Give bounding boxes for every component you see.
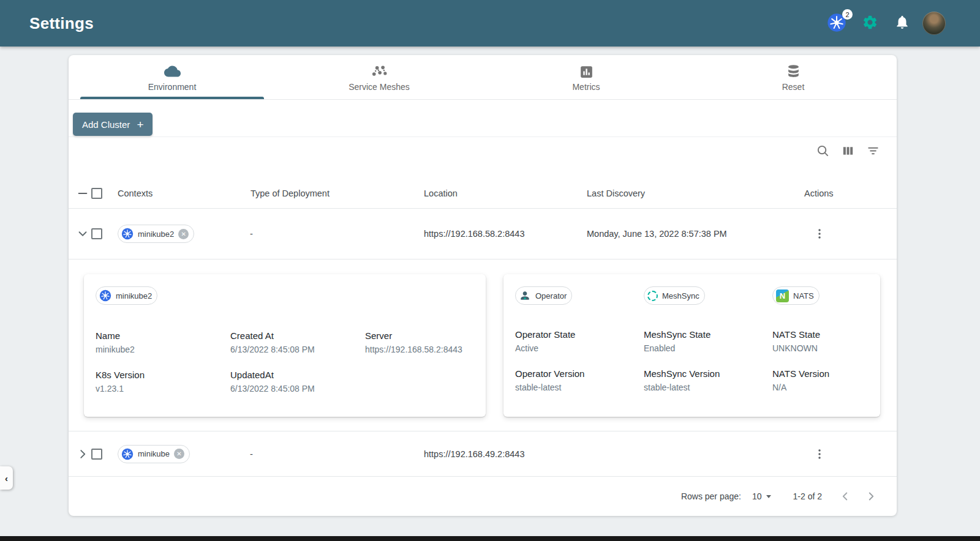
row-expanded-panel: minikube2 Name minikube2 Created At 6/13… <box>69 259 897 431</box>
field-value: UNKNOWN <box>772 343 869 353</box>
chip-label: minikube2 <box>138 229 174 239</box>
field-label: Name <box>96 330 230 341</box>
toolbar-divider <box>69 136 897 137</box>
chip-label: NATS <box>793 291 814 300</box>
previous-page-button[interactable] <box>837 488 854 505</box>
field-operator-state: Operator State Active <box>515 329 644 353</box>
caret-down-icon <box>766 495 771 498</box>
search-icon[interactable] <box>815 143 831 159</box>
row-checkbox[interactable] <box>91 228 102 239</box>
sidebar-expand-button[interactable]: ‹ <box>0 466 13 490</box>
chip-delete-icon[interactable]: ✕ <box>174 449 184 459</box>
field-label: Operator State <box>515 329 644 340</box>
field-meshsync-version: MeshSync Version stable-latest <box>644 368 772 392</box>
tab-environment[interactable]: Environment <box>69 55 276 99</box>
operator-person-icon <box>519 289 531 302</box>
meshsync-icon <box>647 291 658 301</box>
field-value: minikube2 <box>96 345 230 354</box>
rows-per-page-value: 10 <box>752 491 762 501</box>
field-label: MeshSync State <box>644 329 772 340</box>
filter-icon[interactable] <box>865 143 881 159</box>
column-header-discovery: Last Discovery <box>587 188 645 198</box>
location-cell: https://192.168.58.2:8443 <box>424 229 524 239</box>
next-page-button[interactable] <box>862 488 880 505</box>
field-value: 6/13/2022 8:45:08 PM <box>230 345 365 354</box>
deployment-type-cell: - <box>250 449 253 459</box>
table-row: minikube2 ✕ - https://192.168.58.2:8443 … <box>69 209 897 259</box>
settings-gear-button[interactable] <box>858 11 882 35</box>
last-discovery-cell: Monday, June 13, 2022 8:57:38 PM <box>587 229 727 239</box>
tab-label: Service Meshes <box>349 82 410 92</box>
tab-reset[interactable]: Reset <box>690 55 897 99</box>
chip-label: minikube2 <box>116 291 152 300</box>
context-chip[interactable]: minikube ✕ <box>118 445 190 463</box>
context-chip[interactable]: minikube2 ✕ <box>118 225 194 243</box>
collapse-row-button[interactable] <box>75 226 91 242</box>
kubernetes-icon <box>121 448 134 460</box>
rows-per-page-label: Rows per page: <box>681 491 741 501</box>
pagination-range: 1-2 of 2 <box>793 491 822 501</box>
gear-icon <box>862 14 878 33</box>
metrics-chart-icon <box>579 63 594 80</box>
meshsync-chip: MeshSync <box>644 286 705 305</box>
page-title: Settings <box>29 14 94 33</box>
column-header-contexts: Contexts <box>118 188 153 198</box>
select-all-checkbox[interactable] <box>91 188 102 199</box>
row-actions-menu-icon[interactable] <box>812 226 827 242</box>
location-cell: https://192.168.49.2:8443 <box>424 449 524 459</box>
tab-label: Environment <box>148 82 197 92</box>
row-checkbox[interactable] <box>91 449 102 460</box>
context-count-badge: 2 <box>842 9 853 20</box>
column-header-location: Location <box>424 188 458 198</box>
kubernetes-icon <box>99 289 111 302</box>
expand-row-button[interactable] <box>75 446 91 462</box>
field-k8s-version: K8s Version v1.23.1 <box>96 370 230 394</box>
table-toolbar <box>815 143 881 159</box>
chevron-left-icon: ‹ <box>5 473 8 483</box>
chip-label: minikube <box>138 449 170 458</box>
chevron-right-icon <box>864 490 878 503</box>
cluster-detail-card: minikube2 Name minikube2 Created At 6/13… <box>84 274 486 417</box>
chip-delete-icon[interactable]: ✕ <box>178 229 189 239</box>
add-cluster-button[interactable]: Add Cluster + <box>73 113 153 136</box>
table-header: Contexts Type of Deployment Location Las… <box>69 178 897 209</box>
tab-service-meshes[interactable]: Service Meshes <box>276 55 483 99</box>
kubernetes-context-button[interactable]: 2 <box>825 11 850 35</box>
field-label: NATS State <box>772 329 869 340</box>
bottom-edge-bar <box>0 536 980 541</box>
row-actions-menu-icon[interactable] <box>812 446 827 462</box>
plus-icon: + <box>137 119 143 130</box>
operator-detail-card: Operator MeshSync N NATS <box>503 274 880 417</box>
field-created-at: Created At 6/13/2022 8:45:08 PM <box>230 330 365 354</box>
cloud-icon <box>164 63 181 80</box>
field-label: UpdatedAt <box>230 370 365 380</box>
mesh-icon <box>371 63 388 80</box>
column-header-deployment: Type of Deployment <box>251 188 330 198</box>
tab-label: Reset <box>782 82 805 92</box>
column-header-actions: Actions <box>804 188 834 198</box>
database-icon <box>786 63 801 80</box>
field-server: Server https://192.168.58.2:8443 <box>365 330 474 354</box>
collapse-all-icon[interactable] <box>75 185 91 201</box>
tab-metrics[interactable]: Metrics <box>483 55 690 99</box>
field-value: stable-latest <box>644 382 772 392</box>
tab-label: Metrics <box>572 82 600 92</box>
field-value: Active <box>515 343 644 353</box>
pagination-bar: Rows per page: 10 1-2 of 2 <box>69 477 897 516</box>
user-avatar[interactable] <box>922 12 946 35</box>
appbar-icons: 2 <box>825 0 946 47</box>
field-meshsync-state: MeshSync State Enabled <box>644 329 772 353</box>
field-updated-at: UpdatedAt 6/13/2022 8:45:08 PM <box>230 370 365 394</box>
field-label: MeshSync Version <box>644 368 772 379</box>
field-nats-state: NATS State UNKNOWN <box>772 329 869 353</box>
notifications-button[interactable] <box>890 11 914 35</box>
field-value: Enabled <box>644 343 772 353</box>
field-value: v1.23.1 <box>96 384 230 394</box>
nats-logo-icon: N <box>776 289 789 302</box>
rows-per-page-select[interactable]: 10 <box>752 491 771 501</box>
view-columns-icon[interactable] <box>840 143 856 159</box>
field-label: Operator Version <box>515 368 644 379</box>
field-value: 6/13/2022 8:45:08 PM <box>230 384 365 394</box>
settings-screen: Settings 2 <box>0 0 980 541</box>
field-label: Server <box>365 330 474 341</box>
